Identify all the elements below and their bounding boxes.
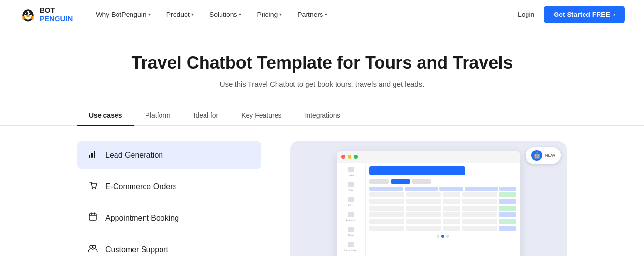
sidebar-team: Team	[339, 227, 362, 237]
svg-rect-16	[89, 214, 96, 220]
appointment-icon	[87, 212, 99, 224]
use-case-ecommerce[interactable]: E-Commerce Orders	[77, 173, 261, 200]
main-content	[366, 163, 520, 256]
tab-key-features[interactable]: Key Features	[230, 105, 293, 126]
table-row-1	[369, 192, 516, 197]
use-case-lead-generation[interactable]: Lead Generation	[77, 141, 261, 169]
get-started-arrow-icon: ›	[613, 11, 615, 18]
cell-5-3	[443, 219, 460, 224]
cell-6-1	[369, 226, 404, 231]
logo[interactable]: BOT PENGUIN	[19, 6, 73, 23]
cell-2-1	[369, 199, 404, 204]
nav-solutions[interactable]: Solutions ▾	[209, 11, 242, 18]
maximize-dot	[354, 155, 358, 159]
nav-pricing[interactable]: Pricing ▾	[257, 11, 282, 18]
bot-label: NEW	[545, 153, 555, 158]
cell-3-4	[462, 206, 497, 211]
cell-5-5	[499, 219, 516, 224]
why-chevron-icon: ▾	[148, 12, 151, 17]
lead-generation-label: Lead Generation	[105, 151, 163, 160]
svg-rect-10	[31, 16, 34, 19]
cell-5-4	[462, 219, 497, 224]
cell-6-3	[443, 226, 460, 231]
cell-4-5	[499, 212, 516, 217]
sidebar-home: Home	[339, 167, 362, 177]
tabs: Use cases Platform Ideal for Key Feature…	[77, 105, 567, 125]
product-chevron-icon: ▾	[191, 12, 194, 17]
col-header-5	[499, 187, 516, 191]
pricing-chevron-icon: ▾	[279, 12, 282, 17]
support-icon	[87, 243, 99, 256]
svg-rect-9	[22, 16, 25, 19]
nav-links: Why BotPenguin ▾ Product ▾ Solutions ▾ P…	[96, 11, 518, 18]
use-cases-list: Lead Generation E-Commerce Orders	[77, 141, 261, 256]
support-label: Customer Support	[105, 245, 168, 254]
svg-point-14	[92, 188, 93, 189]
sidebar-subscriptions: Subscriptio...	[339, 242, 362, 252]
svg-point-7	[30, 13, 31, 14]
table-row-6	[369, 226, 516, 231]
cell-2-5	[499, 199, 516, 204]
use-case-appointment[interactable]: Appointment Booking	[77, 204, 261, 232]
svg-rect-13	[94, 151, 95, 158]
cell-2-2	[406, 199, 441, 204]
cell-3-5	[499, 206, 516, 211]
cell-4-3	[443, 212, 460, 217]
tab-ideal-for[interactable]: Ideal for	[182, 105, 230, 126]
cell-3-3	[443, 206, 460, 211]
ecommerce-icon	[87, 181, 99, 193]
col-header-1	[369, 187, 403, 191]
sidebar-bots: Bots	[339, 182, 362, 192]
hero-section: Travel Chatbot Template for Tours and Tr…	[0, 29, 644, 105]
cell-6-2	[406, 226, 441, 231]
close-dot	[341, 155, 345, 159]
col-header-2	[405, 187, 439, 191]
subscriptions-icon	[348, 242, 354, 247]
col-header-4	[465, 187, 498, 191]
nav-why[interactable]: Why BotPenguin ▾	[96, 11, 150, 18]
team-icon	[348, 227, 354, 232]
logo-text: BOT PENGUIN	[40, 6, 73, 23]
nav-partners[interactable]: Partners ▾	[297, 11, 327, 18]
window-content: Home Bots Inbox Analytics	[337, 163, 520, 256]
appointment-label: Appointment Booking	[105, 214, 179, 223]
cell-4-4	[462, 212, 497, 217]
inbox-icon	[348, 197, 354, 202]
tab-use-cases[interactable]: Use cases	[77, 105, 134, 126]
analytics-icon	[348, 212, 354, 217]
nav-product[interactable]: Product ▾	[166, 11, 194, 18]
partners-chevron-icon: ▾	[325, 12, 327, 17]
table-row-5	[369, 219, 516, 224]
login-button[interactable]: Login	[518, 11, 534, 18]
minimize-dot	[348, 155, 351, 159]
table-row-3	[369, 206, 516, 211]
cell-5-2	[406, 219, 441, 224]
dashboard-preview: 🤖 NEW Home Bots	[290, 141, 567, 256]
get-started-button[interactable]: Get Started FREE ›	[544, 6, 625, 23]
tab-integrations[interactable]: Integrations	[293, 105, 352, 126]
cell-5-1	[369, 219, 404, 224]
use-case-support[interactable]: Customer Support	[77, 236, 261, 256]
tab-platform[interactable]: Platform	[134, 105, 182, 126]
cell-2-3	[443, 199, 460, 204]
tabs-container: Use cases Platform Ideal for Key Feature…	[0, 105, 644, 126]
svg-rect-12	[91, 153, 93, 158]
svg-point-21	[93, 245, 96, 248]
table-row-4	[369, 212, 516, 217]
svg-rect-11	[89, 155, 90, 158]
sidebar-analytics: Analytics	[339, 212, 362, 222]
cell-3-2	[406, 206, 441, 211]
logo-icon	[19, 6, 37, 23]
svg-point-6	[26, 13, 27, 14]
svg-point-20	[90, 245, 93, 248]
sidebar-inbox: Inbox	[339, 197, 362, 207]
tab-mockup-3	[412, 179, 431, 184]
svg-point-8	[26, 15, 30, 17]
cell-6-5	[499, 226, 516, 231]
window-topbar	[337, 151, 520, 163]
tab-mockup-1	[369, 179, 389, 184]
home-icon	[348, 167, 354, 172]
pagination-dot-3	[446, 235, 449, 238]
bots-icon	[348, 182, 354, 187]
cell-1-5	[499, 192, 516, 197]
